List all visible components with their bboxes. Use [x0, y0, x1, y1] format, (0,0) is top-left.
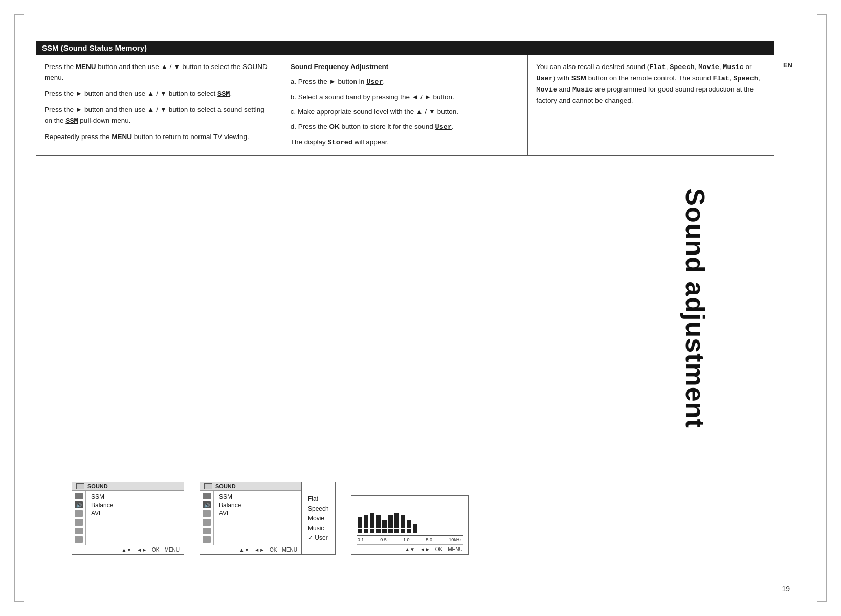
eq-seg-7-3 [394, 529, 399, 531]
eq-footer: ▲▼ ◄► OK MENU [357, 544, 463, 552]
diagram1-title: SOUND [87, 483, 108, 489]
eq-ok: OK [435, 546, 442, 552]
diagram1-icons: 🔊 [72, 491, 86, 545]
corner-mark-br [817, 592, 827, 602]
col1-p4: Repeatedly press the MENU button to retu… [45, 132, 274, 143]
eq-seg-8-4 [401, 531, 405, 533]
col2-b: b. Select a sound band by pressing the /… [291, 92, 520, 103]
icon-setup [75, 528, 83, 534]
eq-seg-5-2 [382, 529, 387, 531]
d2-icon-plus [203, 536, 211, 543]
eq-seg-6-4 [388, 531, 393, 533]
eq-seg-3-3 [370, 529, 374, 531]
eq-bar-group-10 [413, 500, 417, 533]
col-left: Press the MENU button and then use / but… [36, 55, 282, 155]
eq-seg-7-1 [394, 513, 399, 526]
diagram2-icons: 🔊 [200, 491, 214, 545]
eq-bar-group-6 [388, 500, 393, 533]
eq-seg-10-2 [413, 531, 417, 533]
eq-diagram: 0.1 0.5 1.0 5.0 10kHz ▲▼ ◄► OK MENU [351, 495, 469, 555]
diag1-item-avl: AVL [91, 509, 179, 517]
eq-bar-group-5 [382, 500, 387, 533]
corner-mark-bl [14, 592, 24, 602]
eq-seg-9-3 [407, 531, 411, 533]
eq-seg-8-3 [401, 529, 405, 531]
eq-seg-4-2 [376, 526, 381, 528]
eq-seg-5-1 [382, 520, 387, 528]
side-line-right [826, 24, 827, 592]
d2-icon-ep [203, 519, 211, 526]
eq-seg-4-3 [376, 529, 381, 531]
diag2-nav-lr: ◄► [254, 547, 264, 553]
eq-menu: MENU [448, 546, 462, 552]
diag1-nav-lr: ◄► [137, 547, 147, 553]
diag1-menu: MENU [165, 547, 180, 553]
icon-tv [75, 493, 83, 499]
eq-bars [357, 500, 463, 533]
eq-seg-3-1 [370, 513, 374, 526]
eq-seg-8-2 [401, 526, 405, 528]
eq-seg-2-2 [364, 526, 368, 528]
page-number: 19 [782, 585, 790, 593]
col2-a: a. Press the button in User. [291, 77, 520, 88]
diagram2-header: SOUND [200, 482, 301, 491]
eq-seg-3-4 [370, 531, 374, 533]
diagram1-body: 🔊 SSM Balance AVL [72, 491, 184, 545]
eq-seg-2-1 [364, 515, 368, 526]
dropdown-user: ✓ User [308, 534, 329, 542]
col2-title: Sound Frequency Adjustment [291, 62, 520, 73]
icon-ep [75, 519, 83, 526]
col3-p1: You can also recall a desired sound (Fla… [536, 62, 766, 106]
d2-icon-setup [203, 528, 211, 534]
corner-mark-tl [14, 14, 24, 24]
content-grid: Press the MENU button and then use / but… [36, 55, 774, 156]
diagram1-footer: ▲▼ ◄► OK MENU [72, 545, 184, 554]
eq-seg-7-2 [394, 526, 399, 528]
col-right: You can also recall a desired sound (Fla… [528, 55, 774, 155]
dropdown-speech: Speech [308, 505, 329, 513]
eq-label-10k: 10kHz [449, 537, 462, 542]
icon-speaker: 🔊 [75, 501, 83, 508]
diagram2-items: SSM Balance AVL [214, 491, 301, 545]
dropdown-movie: Movie [308, 514, 329, 522]
eq-divider [357, 535, 463, 536]
eq-seg-3-2 [370, 526, 374, 528]
diag1-nav-ud: ▲▼ [122, 547, 132, 553]
icon-pic [75, 510, 83, 517]
eq-label-01: 0.1 [358, 537, 364, 542]
eq-bar-group-9 [407, 500, 411, 533]
eq-seg-9-1 [407, 520, 411, 528]
d2-icon-tv [203, 493, 211, 499]
eq-bar-group-2 [364, 500, 368, 533]
diag2-item-ssm: SSM [219, 493, 296, 501]
diagram1-items: SSM Balance AVL [86, 491, 184, 545]
eq-nav-lr: ◄► [420, 546, 430, 552]
diag2-ok: OK [270, 547, 277, 553]
diag2-menu: MENU [282, 547, 297, 553]
main-content: SSM (Sound Status Memory) Press the MENU… [36, 41, 774, 585]
diagram2-title: SOUND [215, 483, 236, 489]
eq-seg-2-4 [364, 531, 368, 533]
dropdown-ext: Flat Speech Movie Music ✓ User [302, 482, 336, 555]
col1-p3: Press the button and then use / button t… [45, 105, 274, 127]
eq-seg-2-3 [364, 529, 368, 531]
dropdown-flat: Flat [308, 495, 329, 503]
diagram2-icon [204, 483, 212, 489]
eq-bar-group-3 [370, 500, 374, 533]
col-middle: Sound Frequency Adjustment a. Press the … [282, 55, 528, 155]
col1-p2: Press the button and then use / button t… [45, 88, 274, 100]
eq-seg-9-2 [407, 529, 411, 531]
col2-d: d. Press the OK button to store it for t… [291, 122, 520, 133]
eq-seg-1-1 [358, 517, 362, 526]
diag1-item-ssm: SSM [91, 493, 179, 501]
eq-seg-6-2 [388, 526, 393, 528]
diagram-sound-2: SOUND 🔊 SSM Balance AVL [200, 482, 302, 555]
diag2-item-avl: AVL [219, 509, 296, 517]
eq-bar-group-1 [358, 500, 362, 533]
eq-label-50: 5.0 [426, 537, 433, 542]
col2-c: c. Make appropriate sound level with the… [291, 107, 520, 118]
en-label: EN [783, 61, 792, 69]
eq-seg-1-3 [358, 529, 362, 531]
eq-seg-4-4 [376, 531, 381, 533]
diag1-ok: OK [152, 547, 159, 553]
